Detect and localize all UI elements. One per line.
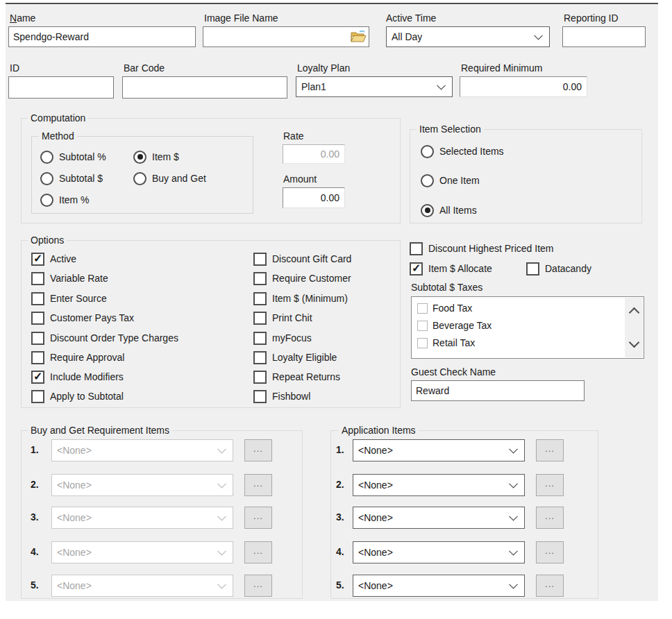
checkbox-print-chit[interactable]: Print Chit: [253, 311, 312, 325]
checkbox-icon: [253, 272, 267, 285]
radio-label: Buy and Get: [152, 173, 206, 184]
image-file-name-input[interactable]: [203, 26, 369, 47]
checkbox-item-dollar-allocate[interactable]: Item $ Allocate: [410, 262, 492, 275]
browse-image-button[interactable]: [349, 28, 367, 45]
checkbox-icon: [31, 390, 44, 403]
name-input[interactable]: Spendgo-Reward: [8, 26, 196, 47]
application-item-1-browse-button[interactable]: ...: [536, 439, 564, 461]
rate-label: Rate: [283, 130, 304, 142]
checkbox-repeat-returns[interactable]: Repeat Returns: [253, 370, 340, 384]
reporting-id-input[interactable]: [562, 26, 646, 47]
checkbox-icon: [417, 338, 428, 348]
combo-value: <None>: [52, 512, 92, 523]
checkbox-require-approval[interactable]: Require Approval: [31, 350, 124, 364]
checkbox-label: Item $ Allocate: [428, 263, 492, 274]
checkbox-fishbowl[interactable]: Fishbowl: [253, 389, 310, 403]
radio-one-item[interactable]: One Item: [421, 173, 480, 187]
radio-selected-items[interactable]: Selected Items: [421, 144, 504, 158]
application-item-1-select[interactable]: <None>: [353, 439, 525, 461]
buy-get-item-4-browse-button[interactable]: ...: [244, 541, 272, 563]
checkbox-loyalty-eligible[interactable]: Loyalty Eligible: [253, 350, 337, 364]
checkbox-label: Variable Rate: [50, 273, 108, 284]
checkbox-discount-order-type-charges[interactable]: Discount Order Type Charges: [31, 331, 178, 345]
radio-label: All Items: [439, 205, 477, 216]
checkbox-enter-source[interactable]: Enter Source: [31, 291, 107, 305]
application-item-4-browse-button[interactable]: ...: [536, 541, 564, 563]
tax-item-label: Beverage Tax: [432, 320, 492, 331]
radio-label: Item %: [59, 194, 90, 205]
tax-item-beverage[interactable]: Beverage Tax: [417, 319, 492, 332]
radio-all-items[interactable]: All Items: [421, 203, 477, 217]
checkbox-require-customer[interactable]: Require Customer: [253, 271, 351, 285]
checkbox-variable-rate[interactable]: Variable Rate: [31, 271, 108, 285]
checkbox-include-modifiers[interactable]: Include Modifiers: [31, 370, 124, 384]
amount-input[interactable]: 0.00: [283, 187, 345, 208]
checkbox-label: Discount Order Type Charges: [50, 332, 178, 344]
required-minimum-input[interactable]: 0.00: [460, 76, 587, 97]
tax-item-retail[interactable]: Retail Tax: [417, 336, 475, 350]
checkbox-discount-highest-priced-item[interactable]: Discount Highest Priced Item: [410, 241, 554, 255]
checkbox-myfocus[interactable]: myFocus: [253, 331, 312, 345]
checkbox-customer-pays-tax[interactable]: Customer Pays Tax: [31, 311, 134, 325]
rate-input: 0.00: [283, 144, 345, 164]
radio-label: Selected Items: [439, 146, 504, 157]
chevron-down-icon: [217, 547, 226, 556]
combo-value: <None>: [353, 480, 393, 491]
name-input-value: Spendgo-Reward: [9, 31, 89, 42]
radio-icon: [133, 172, 146, 185]
application-item-2-browse-button[interactable]: ...: [536, 474, 564, 496]
buy-get-item-3-browse-button[interactable]: ...: [244, 507, 272, 529]
chevron-down-icon[interactable]: [629, 337, 640, 348]
application-item-3-select[interactable]: <None>: [353, 507, 525, 529]
application-items-group-title: Application Items: [339, 425, 419, 436]
combo-value: <None>: [353, 547, 393, 558]
bar-code-input[interactable]: [122, 76, 287, 99]
checkbox-label: Apply to Subtotal: [50, 391, 124, 402]
subtotal-taxes-listbox[interactable]: Food Tax Beverage Tax Retail Tax: [411, 296, 644, 359]
listbox-scrollbar[interactable]: [625, 298, 643, 357]
application-item-3-browse-button[interactable]: ...: [536, 507, 564, 529]
buy-get-item-5-select: <None>: [51, 575, 233, 597]
id-input[interactable]: [8, 76, 114, 99]
checkbox-icon: [410, 242, 423, 255]
guest-check-name-input[interactable]: Reward: [411, 380, 585, 401]
loyalty-plan-select[interactable]: Plan1: [296, 76, 453, 97]
chevron-down-icon: [509, 480, 518, 489]
buy-get-group-title: Buy and Get Requirement Items: [28, 425, 172, 436]
radio-item-percent[interactable]: Item %: [40, 193, 90, 207]
checkbox-item-dollar-minimum[interactable]: Item $ (Minimum): [253, 291, 348, 305]
buy-get-item-1-browse-button[interactable]: ...: [244, 439, 272, 461]
application-item-5-select[interactable]: <None>: [353, 575, 525, 597]
buy-get-item-2-browse-button[interactable]: ...: [244, 474, 272, 496]
chevron-down-icon: [509, 445, 518, 454]
buy-get-item-5-browse-button[interactable]: ...: [244, 575, 272, 597]
checkbox-apply-to-subtotal[interactable]: Apply to Subtotal: [31, 389, 124, 403]
tax-item-food[interactable]: Food Tax: [417, 301, 472, 315]
chevron-up-icon[interactable]: [629, 307, 640, 319]
item-selection-group-title: Item Selection: [417, 124, 484, 135]
radio-subtotal-percent[interactable]: Subtotal %: [40, 150, 106, 164]
combo-value: <None>: [52, 580, 92, 591]
checkbox-datacandy[interactable]: Datacandy: [526, 262, 591, 275]
checkbox-checked-icon: [31, 371, 44, 384]
checkbox-discount-gift-card[interactable]: Discount Gift Card: [253, 252, 351, 266]
active-time-select[interactable]: All Day: [386, 26, 550, 47]
checkbox-icon: [417, 303, 428, 314]
application-row-number: 2.: [336, 479, 344, 490]
chevron-down-icon: [509, 547, 518, 556]
application-item-5-browse-button[interactable]: ...: [536, 575, 564, 597]
checkbox-icon: [253, 371, 267, 384]
checkbox-icon: [253, 390, 267, 403]
radio-buy-and-get[interactable]: Buy and Get: [133, 171, 206, 185]
radio-subtotal-dollar[interactable]: Subtotal $: [40, 171, 103, 185]
checkbox-active[interactable]: Active: [31, 252, 76, 266]
chevron-down-icon: [217, 445, 226, 454]
application-item-4-select[interactable]: <None>: [353, 541, 525, 563]
checkbox-checked-icon: [410, 262, 423, 275]
tax-item-label: Retail Tax: [432, 337, 475, 348]
radio-item-dollar[interactable]: Item $: [133, 150, 179, 164]
checkbox-label: Include Modifiers: [50, 371, 124, 382]
application-item-2-select[interactable]: <None>: [353, 474, 525, 496]
application-row-number: 4.: [336, 546, 344, 557]
combo-value: <None>: [353, 445, 393, 456]
